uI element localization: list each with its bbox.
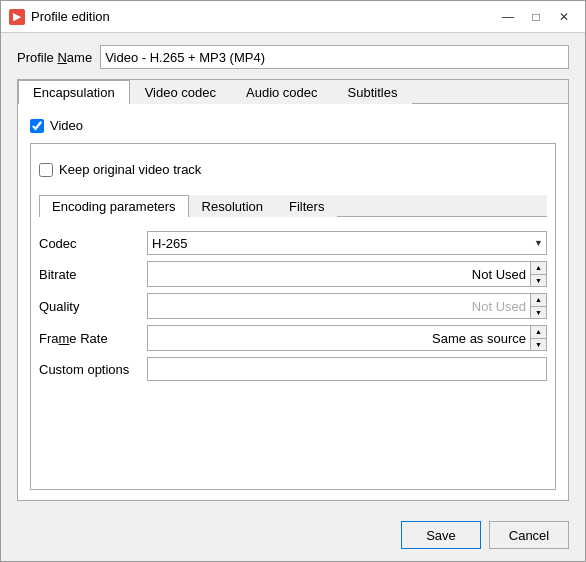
codec-label: Codec xyxy=(39,236,139,251)
profile-name-row: Profile Name xyxy=(17,45,569,69)
inner-tab-bar: Encoding parameters Resolution Filters xyxy=(39,195,547,217)
tab-encapsulation[interactable]: Encapsulation xyxy=(18,80,130,104)
encapsulation-tab-content: Video Keep original video track Encoding… xyxy=(18,104,568,500)
window-controls: — □ ✕ xyxy=(495,6,577,28)
quality-spinner-buttons: ▲ ▼ xyxy=(530,294,546,318)
app-icon: ▶ xyxy=(9,9,25,25)
close-button[interactable]: ✕ xyxy=(551,6,577,28)
custom-options-label: Custom options xyxy=(39,362,139,377)
main-tab-bar: Encapsulation Video codec Audio codec Su… xyxy=(18,80,568,104)
tab-video-codec[interactable]: Video codec xyxy=(130,80,231,104)
profile-name-label: Profile Name xyxy=(17,50,92,65)
inner-tab-resolution[interactable]: Resolution xyxy=(189,195,276,217)
title-bar: ▶ Profile edition — □ ✕ xyxy=(1,1,585,33)
maximize-button[interactable]: □ xyxy=(523,6,549,28)
inner-tab-filters[interactable]: Filters xyxy=(276,195,337,217)
frame-rate-label: Frame Rate xyxy=(39,331,139,346)
custom-options-input[interactable] xyxy=(147,357,547,381)
profile-edition-window: ▶ Profile edition — □ ✕ Profile Name Enc… xyxy=(0,0,586,562)
video-checkbox[interactable] xyxy=(30,119,44,133)
minimize-button[interactable]: — xyxy=(495,6,521,28)
frame-rate-input[interactable] xyxy=(148,326,530,350)
encoding-params-grid: Codec H-265 H-264 MPEG-4 MPEG-2 VP9 AV1 xyxy=(39,225,547,387)
bitrate-down-button[interactable]: ▼ xyxy=(531,274,546,287)
frame-rate-down-button[interactable]: ▼ xyxy=(531,338,546,351)
save-button[interactable]: Save xyxy=(401,521,481,549)
main-tabs-container: Encapsulation Video codec Audio codec Su… xyxy=(17,79,569,501)
tab-subtitles[interactable]: Subtitles xyxy=(333,80,413,104)
cancel-button[interactable]: Cancel xyxy=(489,521,569,549)
main-content: Profile Name Encapsulation Video codec A… xyxy=(1,33,585,513)
keep-original-label: Keep original video track xyxy=(59,162,201,177)
bitrate-input[interactable] xyxy=(148,262,530,286)
bitrate-spinner-buttons: ▲ ▼ xyxy=(530,262,546,286)
codec-select-wrap: H-265 H-264 MPEG-4 MPEG-2 VP9 AV1 xyxy=(147,231,547,255)
footer: Save Cancel xyxy=(1,513,585,561)
frame-rate-spinner: ▲ ▼ xyxy=(147,325,547,351)
keep-original-checkbox[interactable] xyxy=(39,163,53,177)
video-checkbox-row: Video xyxy=(30,114,556,137)
bitrate-up-button[interactable]: ▲ xyxy=(531,262,546,274)
profile-name-input[interactable] xyxy=(100,45,569,69)
bitrate-spinner: ▲ ▼ xyxy=(147,261,547,287)
quality-input[interactable] xyxy=(148,294,530,318)
quality-label: Quality xyxy=(39,299,139,314)
inner-tab-encoding[interactable]: Encoding parameters xyxy=(39,195,189,217)
quality-down-button[interactable]: ▼ xyxy=(531,306,546,319)
codec-select[interactable]: H-265 H-264 MPEG-4 MPEG-2 VP9 AV1 xyxy=(147,231,547,255)
video-label: Video xyxy=(50,118,83,133)
window-title: Profile edition xyxy=(31,9,495,24)
quality-up-button[interactable]: ▲ xyxy=(531,294,546,306)
video-section: Keep original video track Encoding param… xyxy=(30,143,556,490)
frame-rate-up-button[interactable]: ▲ xyxy=(531,326,546,338)
quality-spinner: ▲ ▼ xyxy=(147,293,547,319)
tab-audio-codec[interactable]: Audio codec xyxy=(231,80,333,104)
bitrate-label: Bitrate xyxy=(39,267,139,282)
keep-original-row: Keep original video track xyxy=(39,158,547,181)
frame-rate-spinner-buttons: ▲ ▼ xyxy=(530,326,546,350)
